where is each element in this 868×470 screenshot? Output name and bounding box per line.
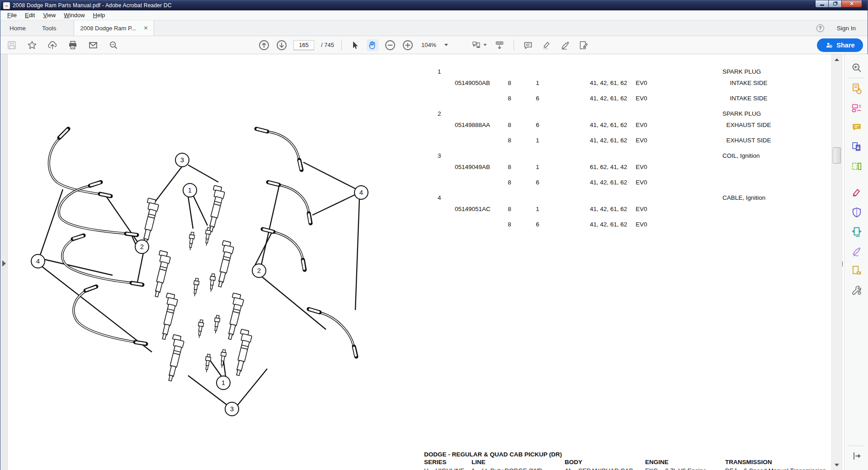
callout-1-top: 1 <box>188 186 192 194</box>
cloud-upload-icon[interactable] <box>47 39 58 51</box>
restore-button[interactable] <box>829 0 842 8</box>
select-tool-icon[interactable] <box>349 39 361 51</box>
sign-in-button[interactable]: Sign In <box>837 20 868 36</box>
print-icon[interactable] <box>67 39 79 51</box>
part-description: SPARK PLUG <box>722 110 761 118</box>
email-icon[interactable] <box>87 39 99 51</box>
legend-header: SERIES <box>424 459 447 465</box>
scrollbar-thumb[interactable] <box>833 147 841 164</box>
comment-tool-icon[interactable] <box>522 39 534 51</box>
sign-tool-icon[interactable] <box>559 39 571 51</box>
open-tools-pane-icon[interactable] <box>851 450 863 462</box>
callout-1-bottom: 1 <box>222 379 225 386</box>
tab-document[interactable]: 2008 Dodge Ram P... ✕ <box>74 20 154 36</box>
tab-home[interactable]: Home <box>2 20 33 36</box>
legend-header: ENGINE <box>645 459 669 465</box>
acrobat-window: 2008 Dodge Ram Parts Manual.pdf - Adobe … <box>0 0 868 470</box>
table-row: 8 1 41, 42, 61, 62 EV0 EXHAUST SIDE <box>430 136 783 152</box>
page-number-input[interactable]: 165 <box>293 40 314 50</box>
compress-pdf-icon[interactable] <box>851 226 863 238</box>
part-number: 05149049AB <box>455 163 490 171</box>
menu-view[interactable]: View <box>39 11 60 19</box>
share-button[interactable]: Share <box>817 38 863 52</box>
callout-2-right: 2 <box>257 267 261 274</box>
tab-close-icon[interactable]: ✕ <box>142 24 150 32</box>
hand-tool-icon[interactable] <box>367 39 378 51</box>
callout-2-left: 2 <box>140 243 144 250</box>
scrolling-mode-icon[interactable] <box>494 39 505 51</box>
table-row: 2 SPARK PLUG <box>430 110 783 121</box>
part-number: 05149050AB <box>455 79 490 87</box>
previous-page-icon[interactable] <box>258 39 270 51</box>
menu-edit[interactable]: Edit <box>21 11 39 19</box>
share-label: Share <box>836 42 854 49</box>
protect-icon[interactable] <box>851 207 863 218</box>
fit-page-icon[interactable] <box>472 39 487 51</box>
share-person-icon <box>825 41 833 49</box>
tab-tools[interactable]: Tools <box>35 20 64 36</box>
save-icon[interactable] <box>6 39 18 51</box>
table-row: 05149049AB 8 1 61, 62, 41, 42 EV0 <box>430 163 783 179</box>
part-description: SPARK PLUG <box>722 68 761 75</box>
part-number: 05149888AA <box>455 121 490 129</box>
item-number: 4 <box>438 194 441 202</box>
table-row: 4 CABLE, Ignition <box>430 194 783 205</box>
legend-header: LINE <box>472 459 486 465</box>
highlight-tool-icon[interactable] <box>541 39 552 51</box>
comment-pane-icon[interactable] <box>851 122 863 133</box>
search-document-icon[interactable] <box>851 62 863 74</box>
window-title: 2008 Dodge Ram Parts Manual.pdf - Adobe … <box>13 2 172 9</box>
menu-window[interactable]: Window <box>60 11 89 19</box>
vertical-scrollbar[interactable] <box>831 54 842 470</box>
zoom-out-icon[interactable] <box>384 39 396 51</box>
scroll-down-button[interactable] <box>832 461 842 470</box>
legend-title: DODGE - REGULAR & QUAD CAB PICKUP (DR) <box>424 451 854 458</box>
legend-value: 41 = SEDAN/QUAD CAB <box>565 467 633 470</box>
minimize-button[interactable] <box>815 0 829 8</box>
zoom-in-icon[interactable] <box>402 39 414 51</box>
organize-pages-icon[interactable] <box>851 160 863 172</box>
scroll-up-button[interactable] <box>832 55 842 64</box>
redact-icon[interactable] <box>851 187 863 199</box>
edit-pdf-icon[interactable] <box>851 102 863 114</box>
table-row: 05149050AB 8 1 41, 42, 61, 62 EV0 INTAKE… <box>430 79 783 94</box>
search-icon[interactable] <box>108 39 119 51</box>
export-pdf-icon[interactable] <box>851 83 863 94</box>
combine-files-icon[interactable] <box>851 141 863 153</box>
part-number: 05149051AC <box>455 205 491 213</box>
legend-value: 1 = Lt. Duty DODGE 2WD <box>472 467 542 470</box>
document-viewport: 3 1 4 2 4 2 1 3 1 SPARK PLUG <box>0 54 868 470</box>
fill-sign-pane-icon[interactable] <box>851 245 863 257</box>
legend-header: BODY <box>565 459 582 465</box>
menu-help[interactable]: Help <box>89 11 109 19</box>
callout-4-left: 4 <box>36 257 40 265</box>
table-row: 8 6 41, 42, 61, 62 EV0 INTAKE SIDE <box>430 94 783 110</box>
next-page-icon[interactable] <box>276 39 288 51</box>
more-tools-icon[interactable] <box>851 284 863 296</box>
title-bar: 2008 Dodge Ram Parts Manual.pdf - Adobe … <box>0 0 868 10</box>
zoom-dropdown-icon[interactable] <box>444 44 448 46</box>
menu-file[interactable]: File <box>3 11 21 19</box>
fill-sign-tool-icon[interactable] <box>578 39 590 51</box>
table-row: 3 COIL, Ignition <box>430 152 783 163</box>
main-toolbar: 165 / 745 104% <box>0 36 868 54</box>
zoom-level-value[interactable]: 104% <box>421 42 436 48</box>
table-row: 1 SPARK PLUG <box>430 68 783 79</box>
expand-nav-pane-icon[interactable] <box>2 260 6 267</box>
tab-bar: Home Tools 2008 Dodge Ram P... ✕ ? Sign … <box>0 20 868 36</box>
part-description: CABLE, Ignition <box>722 194 765 202</box>
star-icon[interactable] <box>26 39 38 51</box>
table-row: 05149888AA 8 6 41, 42, 61, 62 EV0 EXHAUS… <box>430 121 783 136</box>
callout-3-bottom: 3 <box>230 405 234 413</box>
menu-bar: File Edit View Window Help <box>0 10 868 20</box>
part-description: COIL, Ignition <box>722 152 760 160</box>
document-tab-label: 2008 Dodge Ram P... <box>80 25 142 32</box>
parts-table: 1 SPARK PLUG 05149050AB 8 1 41, 42, 61, … <box>430 68 783 236</box>
legend-value: H = HIGHLINE <box>424 467 464 470</box>
vehicle-legend: DODGE - REGULAR & QUAD CAB PICKUP (DR) S… <box>424 451 854 458</box>
item-number: 1 <box>438 68 441 75</box>
help-icon[interactable]: ? <box>816 24 824 32</box>
send-for-comments-icon[interactable] <box>851 265 863 277</box>
close-button[interactable]: ✕ <box>842 0 862 8</box>
callout-3-top: 3 <box>180 156 184 164</box>
